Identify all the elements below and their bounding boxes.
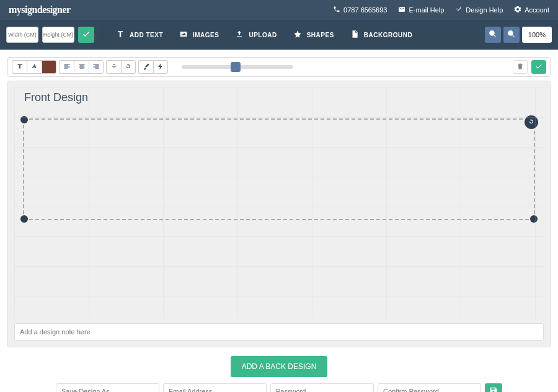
add-back-row: ADD A BACK DESIGN bbox=[0, 356, 558, 377]
email-help-text: E-mail Help bbox=[409, 6, 444, 14]
bolt-icon bbox=[157, 63, 164, 72]
phone-link[interactable]: 0787 6565693 bbox=[333, 6, 387, 14]
add-text-label: ADD TEXT bbox=[130, 32, 163, 38]
image-icon bbox=[179, 30, 188, 40]
text-format-toolbar bbox=[7, 57, 551, 77]
password-input[interactable] bbox=[270, 383, 374, 392]
page-icon bbox=[350, 30, 359, 40]
text-type-button[interactable] bbox=[12, 60, 27, 74]
email-help-link[interactable]: E-mail Help bbox=[398, 6, 444, 14]
bolt-button[interactable] bbox=[153, 60, 168, 74]
strike-button[interactable] bbox=[106, 60, 121, 74]
align-center-button[interactable] bbox=[74, 60, 89, 74]
check-icon bbox=[535, 63, 542, 72]
opacity-slider[interactable] bbox=[182, 65, 293, 69]
align-left-icon bbox=[63, 63, 71, 72]
design-note-input[interactable] bbox=[14, 323, 544, 341]
save-icon bbox=[489, 386, 498, 393]
strike-icon bbox=[110, 63, 118, 72]
brush-icon bbox=[143, 63, 150, 72]
canvas-title: Front Design bbox=[24, 91, 88, 104]
text-tool-icon bbox=[116, 30, 125, 40]
type-icon bbox=[16, 63, 24, 72]
shapes-label: SHAPES bbox=[307, 32, 334, 38]
zoom-out-icon bbox=[507, 30, 515, 40]
slider-thumb[interactable] bbox=[231, 62, 241, 72]
shapes-button[interactable]: SHAPES bbox=[287, 30, 340, 40]
zoom-in-icon bbox=[489, 30, 497, 40]
color-swatch-button[interactable] bbox=[42, 60, 56, 74]
upload-label: UPLOAD bbox=[249, 32, 277, 38]
background-button[interactable]: BACKGROUND bbox=[344, 30, 418, 40]
handle-bottom-left[interactable] bbox=[20, 215, 28, 223]
star-icon bbox=[293, 30, 302, 40]
trash-icon bbox=[516, 63, 524, 72]
account-link[interactable]: Account bbox=[514, 6, 549, 14]
confirm-password-input[interactable] bbox=[378, 383, 481, 392]
add-text-button[interactable]: ADD TEXT bbox=[110, 30, 169, 40]
brush-button[interactable] bbox=[138, 60, 153, 74]
background-label: BACKGROUND bbox=[364, 32, 412, 38]
handle-bottom-right[interactable] bbox=[530, 215, 538, 223]
zoom-in-button[interactable] bbox=[485, 27, 501, 43]
wand-icon bbox=[455, 6, 463, 14]
images-button[interactable]: IMAGES bbox=[173, 30, 225, 40]
align-center-icon bbox=[78, 63, 86, 72]
save-row bbox=[0, 383, 558, 392]
handle-top-left[interactable] bbox=[20, 116, 28, 123]
upload-icon bbox=[235, 30, 244, 40]
refresh-button[interactable] bbox=[121, 60, 136, 74]
apply-size-button[interactable] bbox=[78, 27, 94, 43]
main-toolbar: ADD TEXT IMAGES UPLOAD SHAPES BACKGROUND… bbox=[0, 20, 558, 50]
align-right-button[interactable] bbox=[89, 60, 104, 74]
align-left-button[interactable] bbox=[59, 60, 74, 74]
images-label: IMAGES bbox=[193, 32, 219, 38]
height-input[interactable] bbox=[42, 27, 74, 43]
design-help-link[interactable]: Design Help bbox=[455, 6, 503, 14]
add-back-design-button[interactable]: ADD A BACK DESIGN bbox=[231, 356, 328, 377]
selection-box[interactable] bbox=[23, 118, 535, 220]
delete-button[interactable] bbox=[513, 60, 528, 74]
save-name-input[interactable] bbox=[56, 383, 159, 392]
zoom-percent: 100% bbox=[522, 27, 552, 43]
width-input[interactable] bbox=[6, 27, 38, 43]
zoom-group: 100% bbox=[485, 27, 552, 43]
refresh-icon bbox=[125, 63, 132, 72]
mail-icon bbox=[398, 6, 405, 14]
font-size-button[interactable] bbox=[27, 60, 42, 74]
design-canvas[interactable]: Front Design bbox=[14, 87, 544, 318]
logo: mysigndesigner bbox=[9, 4, 71, 16]
rotate-icon bbox=[528, 117, 535, 128]
phone-icon bbox=[333, 6, 340, 14]
canvas-area: Front Design bbox=[7, 81, 551, 347]
divider bbox=[102, 25, 102, 44]
rotate-handle[interactable] bbox=[525, 115, 538, 129]
upload-button[interactable]: UPLOAD bbox=[229, 30, 283, 40]
design-help-text: Design Help bbox=[466, 6, 503, 14]
align-right-icon bbox=[92, 63, 100, 72]
top-links: 0787 6565693 E-mail Help Design Help Acc… bbox=[333, 6, 549, 14]
zoom-out-button[interactable] bbox=[503, 27, 520, 43]
topbar: mysigndesigner 0787 6565693 E-mail Help … bbox=[0, 0, 558, 20]
email-input[interactable] bbox=[163, 383, 267, 392]
phone-text: 0787 6565693 bbox=[343, 6, 387, 14]
save-design-button[interactable] bbox=[485, 383, 502, 392]
confirm-button[interactable] bbox=[531, 60, 546, 74]
account-text: Account bbox=[525, 6, 549, 14]
gear-icon bbox=[514, 6, 521, 14]
check-icon bbox=[82, 30, 91, 40]
font-size-icon bbox=[31, 63, 38, 72]
